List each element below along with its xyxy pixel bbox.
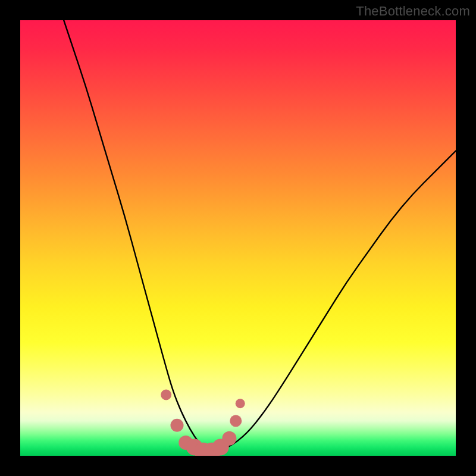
chart-frame: TheBottleneck.com [0, 0, 476, 476]
marker-dot [171, 419, 184, 432]
highlighted-points [161, 390, 245, 456]
bottleneck-curve [64, 20, 456, 452]
curve-layer [20, 20, 456, 456]
marker-dot [222, 431, 236, 446]
marker-dot [161, 390, 171, 400]
plot-area [20, 20, 456, 456]
marker-dot [236, 399, 245, 408]
watermark-text: TheBottleneck.com [356, 4, 470, 19]
marker-dot [230, 415, 242, 427]
